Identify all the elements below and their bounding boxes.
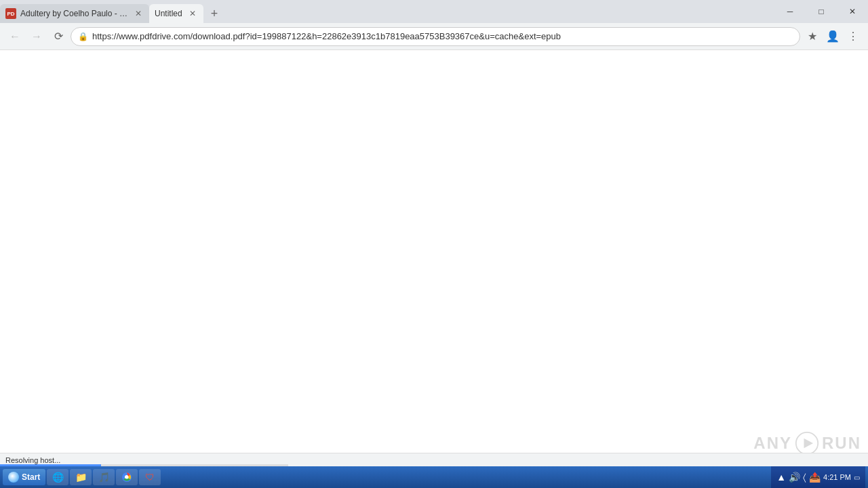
status-text: Resolving host... <box>0 456 66 464</box>
mediaplayer-icon: 🎵 <box>98 472 109 483</box>
menu-button[interactable]: ⋮ <box>844 27 863 46</box>
watermark-text-any: ANY <box>753 434 792 453</box>
tab-pdfdrive[interactable]: PD Adultery by Coelho Paulo - PDF Driv ✕ <box>0 4 149 23</box>
statusbar: Resolving host... <box>0 453 868 466</box>
titlebar: PD Adultery by Coelho Paulo - PDF Driv ✕… <box>0 0 868 23</box>
address-bar[interactable]: 🔒 <box>71 27 800 46</box>
address-input[interactable] <box>92 31 793 41</box>
navbar: ← → ⟳ 🔒 ★ 👤 ⋮ <box>0 23 868 50</box>
watermark-text-run: RUN <box>822 434 861 453</box>
tray-time: 4:21 PM <box>823 472 851 482</box>
forward-button[interactable]: → <box>27 27 46 46</box>
close-button[interactable]: ✕ <box>837 0 868 23</box>
tray-chevron-icon[interactable]: ▲ <box>776 472 786 483</box>
watermark-logo <box>795 431 819 455</box>
taskbar-item-chrome[interactable] <box>116 469 138 485</box>
back-button[interactable]: ← <box>5 27 24 46</box>
tray-network-icon[interactable]: 〈 <box>803 472 806 483</box>
tab-close-pdfdrive[interactable]: ✕ <box>133 8 144 19</box>
minimize-button[interactable]: ─ <box>774 0 806 23</box>
new-tab-button[interactable]: + <box>205 4 224 23</box>
explorer-icon: 📁 <box>75 472 86 483</box>
anyrun-watermark: ANY RUN <box>753 431 861 455</box>
tab-favicon-pdfdrive: PD <box>5 8 16 19</box>
tab-untitled[interactable]: Untitled ✕ <box>149 4 203 23</box>
nav-right-buttons: ★ 👤 ⋮ <box>803 27 863 46</box>
window-controls: ─ □ ✕ <box>774 0 868 23</box>
taskbar-item-explorer[interactable]: 📁 <box>70 469 92 485</box>
system-tray: ▲ 🔊 〈 📤 4:21 PM ▭ <box>771 466 865 488</box>
taskbar-item-mediaplayer[interactable]: 🎵 <box>93 469 115 485</box>
security-taskbar-icon: 🛡 <box>144 472 155 483</box>
svg-marker-1 <box>804 439 814 448</box>
page-content <box>0 50 868 466</box>
reload-button[interactable]: ⟳ <box>49 27 68 46</box>
start-orb-icon <box>8 472 19 483</box>
start-button[interactable]: Start <box>3 469 45 485</box>
taskbar: Start 🌐 📁 🎵 🛡 ▲ 🔊 〈 📤 <box>0 466 868 488</box>
taskbar-item-security[interactable]: 🛡 <box>139 469 161 485</box>
security-icon: 🔒 <box>78 32 88 41</box>
profile-button[interactable]: 👤 <box>823 27 842 46</box>
taskbar-item-ie[interactable]: 🌐 <box>47 469 68 485</box>
svg-point-4 <box>125 476 129 479</box>
ie-icon: 🌐 <box>52 472 63 483</box>
tray-notification-icon[interactable]: 📤 <box>809 472 821 483</box>
tray-volume-icon[interactable]: 🔊 <box>789 472 800 483</box>
tray-clock[interactable]: 4:21 PM <box>823 472 851 482</box>
chrome-icon <box>121 472 132 483</box>
maximize-button[interactable]: □ <box>806 0 837 23</box>
start-label: Start <box>22 472 40 482</box>
tab-label-untitled: Untitled <box>155 9 183 18</box>
show-desktop-button[interactable]: ▭ <box>854 474 860 481</box>
tab-label-pdfdrive: Adultery by Coelho Paulo - PDF Driv <box>20 9 129 18</box>
tab-close-untitled[interactable]: ✕ <box>187 8 198 19</box>
bookmark-button[interactable]: ★ <box>803 27 822 46</box>
